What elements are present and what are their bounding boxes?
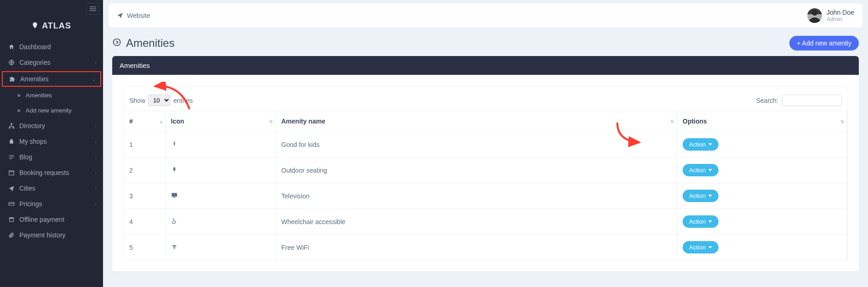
- svg-rect-19: [172, 193, 177, 197]
- calendar-icon: [6, 169, 17, 176]
- sidebar-item-payment-history[interactable]: Payment history: [0, 227, 103, 243]
- chevron-right-icon: ›: [95, 155, 97, 160]
- main-content: Website John Doe Admin Amenities + Add n…: [103, 0, 868, 287]
- cell-number: 1: [124, 132, 165, 158]
- action-button[interactable]: Action: [683, 138, 719, 151]
- sidebar-nav: Dashboard Categories › Amenities ⌄ Ameni…: [0, 39, 103, 243]
- panel-title: Amenities: [112, 56, 859, 75]
- cell-icon: [165, 158, 276, 183]
- sidebar-item-label: Categories: [19, 59, 95, 66]
- chevron-right-icon: ›: [95, 186, 97, 191]
- sidebar-item-directory[interactable]: Directory ›: [0, 118, 103, 134]
- sidebar-item-label: Booking requests: [19, 169, 95, 176]
- show-label: Show: [129, 97, 145, 104]
- action-button[interactable]: Action: [683, 164, 719, 176]
- table-row: 5Free WiFiAction: [124, 235, 847, 260]
- caret-down-icon: [708, 143, 712, 146]
- sidebar-item-pricings[interactable]: Pricings ›: [0, 196, 103, 212]
- amenities-table: #▴ Icon⇅ Amenity name⇅ Options⇅ 1Good fo…: [124, 111, 847, 260]
- archive-icon: [6, 216, 17, 223]
- caret-down-icon: [708, 195, 712, 197]
- sidebar-item-dashboard[interactable]: Dashboard: [0, 39, 103, 55]
- arrow-circle-icon: [112, 37, 121, 50]
- sidebar: ATLAS Dashboard Categories › Amenities ⌄…: [0, 0, 103, 287]
- cell-options: Action: [677, 235, 847, 260]
- wheelchair-icon: [171, 218, 178, 225]
- svg-rect-2: [90, 11, 96, 11]
- cell-name: Free WiFi: [276, 235, 677, 260]
- th-number[interactable]: #▴: [124, 111, 165, 132]
- sort-icon: ⇅: [840, 119, 843, 124]
- svg-rect-6: [9, 127, 11, 129]
- sidebar-item-categories[interactable]: Categories ›: [0, 55, 103, 70]
- chevron-right-icon: ›: [95, 124, 97, 129]
- search-input[interactable]: [782, 95, 842, 106]
- sidebar-item-label: Pricings: [19, 200, 95, 208]
- svg-point-17: [173, 141, 174, 142]
- user-name: John Doe: [827, 9, 854, 16]
- table-row: 1Good for kidsAction: [124, 132, 847, 158]
- action-button[interactable]: Action: [683, 190, 719, 202]
- entries-select[interactable]: 10: [148, 95, 171, 106]
- brand-logo[interactable]: ATLAS: [0, 17, 103, 39]
- sidebar-item-offline-payment[interactable]: Offline payment: [0, 212, 103, 227]
- chevron-right-icon: ›: [95, 60, 97, 65]
- svg-rect-9: [9, 157, 14, 157]
- add-amenity-button[interactable]: + Add new amenity: [789, 36, 859, 51]
- avatar[interactable]: [807, 8, 822, 23]
- sidebar-item-my-shops[interactable]: My shops ›: [0, 134, 103, 149]
- sidebar-item-label: Payment history: [19, 231, 97, 239]
- cell-number: 2: [124, 158, 165, 183]
- sidebar-item-amenities[interactable]: Amenities ⌄: [2, 71, 101, 87]
- sidebar-subitem-add-amenity[interactable]: Add new amenity: [0, 103, 103, 118]
- th-options[interactable]: Options⇅: [677, 111, 847, 132]
- cell-name: Television: [276, 183, 677, 209]
- sidebar-item-label: Cities: [19, 185, 95, 192]
- cell-number: 5: [124, 235, 165, 260]
- svg-point-20: [173, 218, 174, 219]
- sidebar-subitem-amenities-list[interactable]: Amenities: [0, 88, 103, 103]
- plane-icon: [6, 185, 17, 191]
- user-role: Admin: [827, 16, 854, 23]
- sidebar-item-cities[interactable]: Cities ›: [0, 180, 103, 196]
- menu-toggle-button[interactable]: [86, 3, 99, 15]
- website-link-label: Website: [127, 12, 150, 19]
- svg-rect-5: [11, 123, 12, 124]
- user-menu[interactable]: John Doe Admin: [827, 9, 854, 23]
- tree-icon: [171, 167, 178, 174]
- chevron-right-icon: ›: [95, 202, 97, 207]
- cell-icon: [165, 132, 276, 158]
- sidebar-item-label: Amenities: [26, 92, 52, 99]
- table-row: 4Wheelchair accessibleAction: [124, 209, 847, 235]
- clip-icon: [6, 232, 17, 238]
- sort-icon: ⇅: [670, 119, 673, 124]
- cell-icon: [165, 183, 276, 209]
- th-name[interactable]: Amenity name⇅: [276, 111, 677, 132]
- action-button[interactable]: Action: [683, 215, 719, 228]
- website-link[interactable]: Website: [117, 12, 150, 20]
- svg-point-16: [114, 39, 121, 46]
- search-label: Search:: [756, 97, 778, 104]
- sidebar-item-label: Offline payment: [19, 216, 97, 223]
- th-icon[interactable]: Icon⇅: [165, 111, 276, 132]
- cell-name: Outdoor seating: [276, 158, 677, 183]
- sort-icon: ▴: [160, 119, 161, 124]
- svg-rect-13: [9, 203, 14, 204]
- bag-icon: [6, 138, 17, 145]
- sidebar-item-booking-requests[interactable]: Booking requests ›: [0, 165, 103, 180]
- action-button[interactable]: Action: [683, 241, 719, 253]
- svg-rect-1: [90, 8, 96, 9]
- cell-number: 4: [124, 209, 165, 235]
- caret-down-icon: [708, 246, 712, 248]
- svg-point-21: [174, 248, 175, 249]
- sidebar-item-label: My shops: [19, 138, 95, 145]
- plane-icon: [117, 12, 123, 20]
- home-icon: [6, 44, 17, 50]
- cell-number: 3: [124, 183, 165, 209]
- table-row: 3TelevisionAction: [124, 183, 847, 209]
- cell-options: Action: [677, 183, 847, 209]
- sidebar-item-label: Blog: [19, 153, 95, 161]
- topbar: Website John Doe Admin: [109, 4, 862, 28]
- sidebar-item-blog[interactable]: Blog ›: [0, 149, 103, 165]
- chevron-right-icon: ›: [95, 139, 97, 144]
